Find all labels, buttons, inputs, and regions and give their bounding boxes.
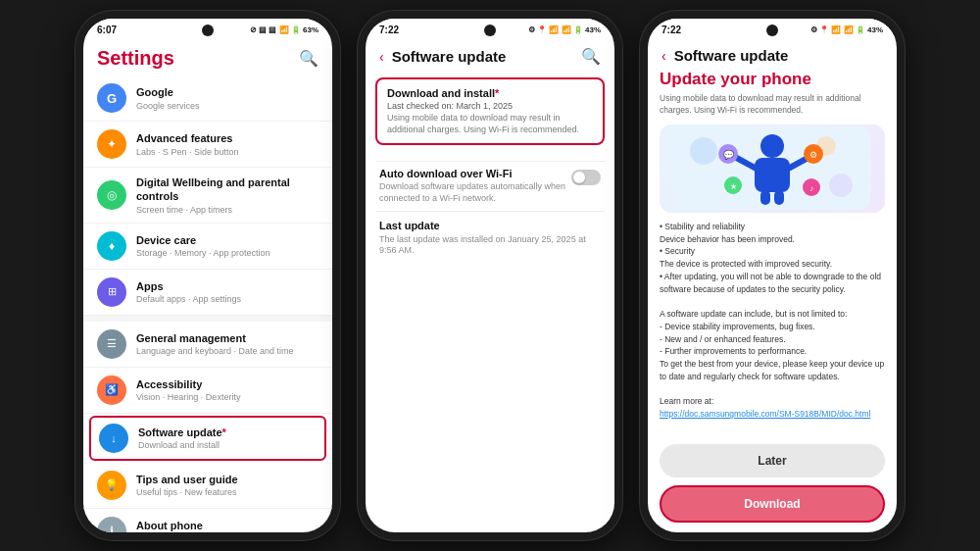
advanced-title: Advanced features [136, 131, 318, 145]
back-arrow-2[interactable]: ‹ [379, 49, 384, 65]
status-time-3: 7:22 [662, 25, 681, 35]
advanced-icon: ✦ [97, 129, 126, 159]
svg-point-2 [829, 174, 853, 197]
phone2-screen: 7:22 ⚙ 📍 📶 📶 🔋 43% ‹ Software update 🔍 D… [366, 19, 614, 532]
settings-item-advanced[interactable]: ✦ Advanced features Labs · S Pen · Side … [83, 122, 332, 168]
tips-text: Tips and user guide Useful tips · New fe… [136, 473, 318, 497]
back-arrow-3[interactable]: ‹ [662, 48, 666, 64]
settings-item-tips[interactable]: 💡 Tips and user guide Useful tips · New … [83, 463, 332, 509]
general-subtitle: Language and keyboard · Date and time [136, 346, 318, 356]
settings-header: Settings 🔍 [83, 39, 332, 75]
update-illustration: 💬 ⚙ ★ ♪ [660, 125, 885, 213]
settings-item-wellbeing[interactable]: ◎ Digital Wellbeing and parental control… [83, 168, 332, 224]
download-card-title: Download and install* [387, 87, 593, 99]
download-section: Download and install* Last checked on: M… [366, 72, 614, 161]
wellbeing-text: Digital Wellbeing and parental controls … [136, 175, 318, 215]
svg-text:⚙: ⚙ [809, 150, 817, 160]
auto-title: Auto download over Wi-Fi [379, 168, 571, 179]
status-icons-2: ⚙ 📍 📶 📶 🔋 43% [528, 25, 601, 34]
settings-item-software[interactable]: ↓ Software update* Download and install [89, 416, 326, 461]
settings-item-apps[interactable]: ⊞ Apps Default apps · App settings [83, 270, 332, 316]
device-icon: ♦ [97, 231, 126, 261]
software-icon: ↓ [99, 424, 128, 453]
svg-rect-5 [755, 158, 790, 192]
settings-item-about[interactable]: ℹ About phone Status · Legal information… [83, 509, 332, 532]
accessibility-subtitle: Vision · Hearing · Dexterity [136, 392, 318, 402]
last-update-desc: The last update was installed on January… [379, 234, 601, 257]
camera-notch-3 [766, 25, 778, 36]
software-subtitle: Download and install [138, 440, 317, 450]
svg-text:♪: ♪ [809, 184, 813, 193]
about-title: About phone [136, 519, 318, 532]
settings-item-general[interactable]: ☰ General management Language and keyboa… [83, 322, 332, 368]
apps-subtitle: Default apps · App settings [136, 294, 318, 304]
camera-notch [202, 25, 214, 36]
phone3: 7:22 ⚙ 📍 📶 📶 🔋 43% ‹ Software update Upd… [640, 11, 905, 540]
learn-more-link[interactable]: https://doc.samsungmobile.com/SM-S918B/M… [660, 409, 870, 419]
google-subtitle: Google services [136, 101, 318, 111]
download-card[interactable]: Download and install* Last checked on: M… [375, 77, 605, 145]
settings-item-device[interactable]: ♦ Device care Storage · Memory · App pro… [83, 224, 332, 270]
google-icon: G [97, 83, 126, 113]
settings-list: G Google Google services ✦ Advanced feat… [83, 75, 332, 532]
apps-title: Apps [136, 279, 318, 293]
settings-search-icon[interactable]: 🔍 [299, 49, 318, 68]
download-button[interactable]: Download [660, 485, 885, 523]
software-update-title: Software update [392, 48, 581, 65]
status-time-2: 7:22 [379, 25, 399, 35]
software-search-icon[interactable]: 🔍 [581, 47, 601, 66]
phones-container: 6:07 ⊘ ▤ ▤ 📶 🔋 63% Settings 🔍 G Google G… [66, 1, 914, 550]
general-text: General management Language and keyboard… [136, 331, 318, 356]
update-actions: Later Download [660, 436, 885, 532]
svg-text:💬: 💬 [723, 149, 735, 161]
accessibility-text: Accessibility Vision · Hearing · Dexteri… [136, 377, 318, 402]
last-update-section: Last update The last update was installe… [366, 212, 614, 265]
advanced-subtitle: Labs · S Pen · Side button [136, 147, 318, 157]
update-phone-header-title: Software update [674, 47, 883, 64]
wellbeing-subtitle: Screen time · App timers [136, 205, 318, 215]
svg-rect-16 [760, 190, 770, 205]
update-phone-subtitle: Using mobile data to download may result… [660, 93, 885, 117]
phone1: 6:07 ⊘ ▤ ▤ 📶 🔋 63% Settings 🔍 G Google G… [75, 11, 340, 540]
update-illustration-svg: 💬 ⚙ ★ ♪ [674, 126, 870, 210]
google-title: Google [136, 85, 318, 99]
last-update-title: Last update [379, 220, 601, 231]
general-title: General management [136, 331, 318, 345]
settings-title: Settings [97, 47, 174, 70]
apps-icon: ⊞ [97, 277, 126, 307]
update-phone-title: Update your phone [660, 70, 885, 89]
about-text: About phone Status · Legal information ·… [136, 519, 318, 532]
svg-rect-17 [774, 190, 784, 205]
auto-download-text: Auto download over Wi-Fi Download softwa… [379, 168, 571, 204]
svg-text:★: ★ [730, 182, 737, 191]
general-icon: ☰ [97, 329, 126, 359]
status-icons-3: ⚙ 📍 📶 📶 🔋 43% [810, 25, 883, 34]
tips-subtitle: Useful tips · New features [136, 487, 318, 497]
camera-notch-2 [484, 25, 496, 36]
device-text: Device care Storage · Memory · App prote… [136, 233, 318, 258]
status-time-1: 6:07 [97, 25, 117, 35]
later-button[interactable]: Later [660, 444, 885, 477]
svg-point-4 [760, 134, 784, 158]
tips-icon: 💡 [97, 471, 126, 500]
google-text: Google Google services [136, 85, 318, 110]
phone3-screen: 7:22 ⚙ 📍 📶 📶 🔋 43% ‹ Software update Upd… [648, 19, 897, 532]
settings-item-google[interactable]: G Google Google services [83, 75, 332, 122]
status-icons-1: ⊘ ▤ ▤ 📶 🔋 63% [250, 25, 318, 34]
phone2: 7:22 ⚙ 📍 📶 📶 🔋 43% ‹ Software update 🔍 D… [358, 11, 622, 540]
apps-text: Apps Default apps · App settings [136, 279, 318, 304]
settings-item-accessibility[interactable]: ♿ Accessibility Vision · Hearing · Dexte… [83, 368, 332, 414]
software-title: Software update* [138, 426, 317, 439]
update-phone-header: ‹ Software update [648, 39, 897, 70]
software-text: Software update* Download and install [138, 426, 317, 450]
accessibility-title: Accessibility [136, 377, 318, 391]
phone1-screen: 6:07 ⊘ ▤ ▤ 📶 🔋 63% Settings 🔍 G Google G… [83, 19, 332, 532]
accessibility-icon: ♿ [97, 376, 126, 405]
svg-point-1 [690, 137, 717, 165]
about-icon: ℹ [97, 517, 126, 532]
device-title: Device care [136, 233, 318, 247]
auto-download-toggle[interactable] [571, 170, 601, 185]
auto-download-row: Auto download over Wi-Fi Download softwa… [366, 162, 614, 210]
wellbeing-title: Digital Wellbeing and parental controls [136, 175, 318, 204]
auto-desc: Download software updates automatically … [379, 181, 571, 204]
